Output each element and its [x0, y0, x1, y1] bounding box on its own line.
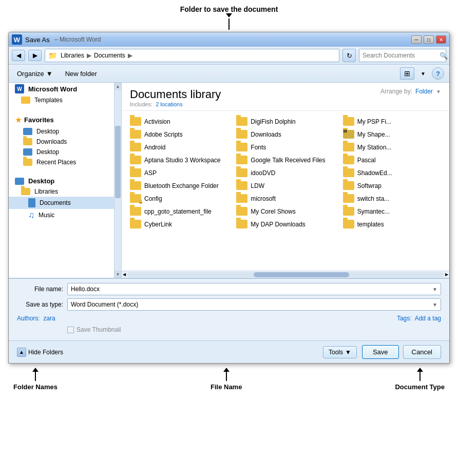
tools-button[interactable]: Tools ▼: [323, 346, 357, 358]
folder-icon: [23, 138, 32, 145]
folder-icon: [343, 220, 354, 229]
sidebar-item-recent-places[interactable]: Recent Places: [9, 157, 114, 167]
file-item[interactable]: Aptana Studio 3 Workspace: [126, 154, 232, 166]
folder-icon: [343, 143, 354, 151]
authors-value[interactable]: zara: [43, 315, 55, 322]
folder-icon: [236, 130, 247, 139]
file-item[interactable]: Bluetooth Exchange Folder: [126, 179, 232, 192]
folder-icon: [343, 156, 354, 164]
file-item[interactable]: CyberLink: [126, 218, 232, 231]
sidebar-item-libraries[interactable]: Libraries: [9, 186, 114, 197]
file-item[interactable]: ASP: [126, 166, 232, 179]
sidebar-item-desktop-1[interactable]: Desktop: [9, 126, 114, 137]
file-item[interactable]: Adobe Scripts: [126, 128, 232, 141]
folder-icon: [236, 143, 247, 151]
filetype-label: Save as type:: [17, 301, 63, 308]
sidebar: W Microsoft Word Templates ★ Favorites: [9, 83, 114, 278]
filename-value: Hello.docx: [71, 285, 100, 293]
library-title: Documents library: [130, 88, 221, 101]
word-app-icon: W: [12, 34, 22, 45]
scroll-h-thumb[interactable]: [254, 272, 349, 277]
file-item[interactable]: My PSP Fi...: [339, 115, 445, 128]
file-item[interactable]: 🖼 My Shape...: [339, 128, 445, 141]
help-button[interactable]: ?: [432, 67, 444, 80]
breadcrumb-libraries[interactable]: Libraries: [61, 52, 84, 59]
file-browser: Documents library Includes: 2 locations …: [122, 83, 449, 278]
sidebar-item-desktop-main[interactable]: Desktop: [9, 176, 114, 186]
sidebar-item-documents[interactable]: Documents: [9, 197, 114, 209]
app-name: – Microsoft Word: [53, 36, 101, 43]
file-item[interactable]: Downloads: [232, 128, 338, 141]
arrow-line: [419, 372, 421, 381]
chevron-down-icon-arrange[interactable]: ▼: [436, 89, 441, 94]
organize-button[interactable]: Organize ▼: [14, 68, 56, 79]
thumbnail-checkbox[interactable]: [67, 327, 74, 333]
sidebar-item-microsoft-word[interactable]: W Microsoft Word: [9, 83, 114, 95]
horizontal-scrollbar[interactable]: ◀ ▶: [122, 271, 449, 278]
folder-icon: [343, 168, 354, 177]
filename-input[interactable]: Hello.docx ▼: [67, 283, 441, 295]
tags-value[interactable]: Add a tag: [415, 315, 441, 322]
document-icon: [28, 198, 35, 207]
template-icon: [21, 97, 30, 104]
scroll-down-button[interactable]: ▼: [115, 271, 121, 278]
file-item[interactable]: Android: [126, 141, 232, 154]
file-item[interactable]: Activision: [126, 115, 232, 128]
chevron-down-icon-tools: ▼: [345, 349, 351, 356]
folder-icon: [343, 194, 354, 203]
file-item[interactable]: Fonts: [232, 141, 338, 154]
file-item[interactable]: My Corel Shows: [232, 205, 338, 218]
sidebar-item-templates[interactable]: Templates: [9, 95, 114, 105]
file-item[interactable]: Google Talk Received Files: [232, 154, 338, 166]
maximize-button[interactable]: □: [424, 35, 434, 44]
search-input[interactable]: [362, 52, 440, 59]
back-button[interactable]: ◀: [12, 50, 25, 61]
desktop-icon-main: [15, 178, 24, 185]
file-item[interactable]: Softwrap: [339, 179, 445, 192]
folder-icon: 🖼: [343, 130, 354, 139]
save-button[interactable]: Save: [362, 345, 399, 359]
file-item[interactable]: My DAP Downloads: [232, 218, 338, 231]
cancel-button[interactable]: Cancel: [403, 345, 441, 359]
file-item[interactable]: microsoft: [232, 192, 338, 205]
file-item[interactable]: switch sta...: [339, 192, 445, 205]
file-item[interactable]: ShadowEd...: [339, 166, 445, 179]
forward-button[interactable]: ▶: [28, 50, 42, 61]
file-item[interactable]: My Station...: [339, 141, 445, 154]
scroll-up-button[interactable]: ▲: [115, 83, 121, 90]
filename-dropdown-arrow[interactable]: ▼: [432, 287, 437, 292]
folder-icon: [236, 117, 247, 126]
file-item[interactable]: idooDVD: [232, 166, 338, 179]
view-button[interactable]: ⊞: [400, 67, 414, 80]
filename-row: File name: Hello.docx ▼: [17, 283, 441, 295]
scroll-thumb[interactable]: [115, 126, 121, 198]
folder-icon: [343, 117, 354, 126]
sidebar-item-downloads[interactable]: Downloads: [9, 137, 114, 147]
title-bar: W Save As – Microsoft Word ─ □ ✕: [9, 32, 449, 47]
filetype-dropdown-arrow[interactable]: ▼: [432, 302, 437, 308]
sidebar-scrollbar[interactable]: ▲ ▼: [114, 83, 121, 278]
file-item[interactable]: DigiFish Dolphin: [232, 115, 338, 128]
breadcrumb-bar: 📁 Libraries ▶ Documents ▶: [45, 49, 339, 62]
sidebar-item-music[interactable]: ♫ Music: [9, 209, 114, 221]
minimize-button[interactable]: ─: [411, 35, 422, 44]
file-item[interactable]: Config: [126, 192, 232, 205]
sidebar-item-desktop-2[interactable]: Desktop: [9, 147, 114, 157]
locations-link[interactable]: 2 locations: [156, 101, 183, 107]
folder-icon: [236, 181, 247, 190]
file-item[interactable]: Pascal: [339, 154, 445, 166]
refresh-button[interactable]: ↻: [342, 49, 356, 62]
file-item[interactable]: LDW: [232, 179, 338, 192]
arrange-value[interactable]: Folder: [415, 88, 433, 95]
hide-folders-button[interactable]: ▲ Hide Folders: [17, 348, 63, 357]
breadcrumb-documents[interactable]: Documents: [94, 52, 125, 59]
filetype-select[interactable]: Word Document (*.docx) ▼: [67, 298, 441, 311]
chevron-down-icon-view[interactable]: ▼: [421, 71, 426, 77]
file-item[interactable]: cpp_goto_statement_file: [126, 205, 232, 218]
file-item[interactable]: Symantec...: [339, 205, 445, 218]
new-folder-button[interactable]: New folder: [62, 68, 100, 79]
library-header: Documents library Includes: 2 locations …: [122, 83, 449, 111]
close-button[interactable]: ✕: [436, 35, 446, 44]
file-item[interactable]: templates: [339, 218, 445, 231]
main-area: W Microsoft Word Templates ★ Favorites: [9, 83, 449, 278]
